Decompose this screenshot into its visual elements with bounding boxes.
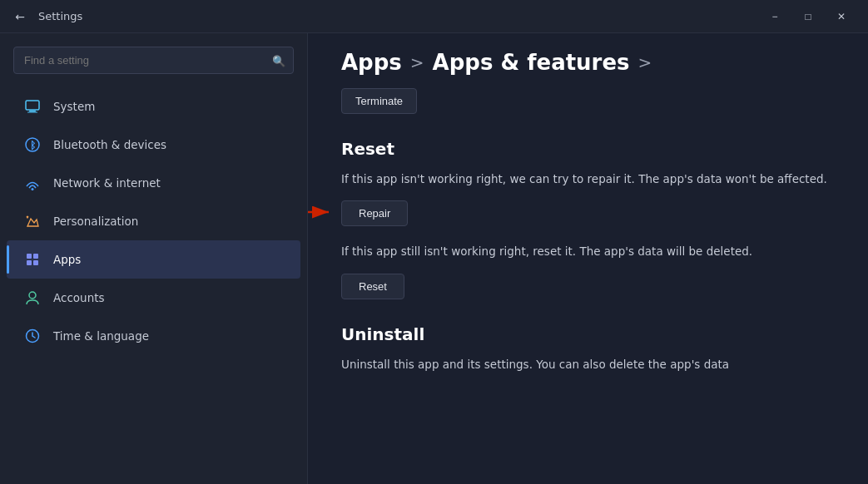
maximize-button[interactable]: □: [791, 4, 825, 29]
svg-rect-0: [26, 101, 39, 110]
svg-rect-1: [29, 111, 36, 112]
main-layout: 🔍 System ᛒ: [0, 33, 868, 484]
search-container: 🔍: [0, 47, 307, 87]
content-area: Apps > Apps & features > Terminate Reset…: [308, 33, 868, 484]
titlebar-left: ← Settings: [10, 7, 82, 27]
accounts-icon: [23, 289, 42, 307]
system-icon: [23, 97, 42, 116]
bluetooth-icon: ᛒ: [23, 136, 42, 154]
sidebar-item-time[interactable]: Time & language: [7, 317, 300, 355]
sidebar-item-network[interactable]: Network & internet: [7, 164, 300, 202]
apps-icon: [23, 250, 42, 269]
close-button[interactable]: ✕: [825, 4, 858, 29]
sidebar-item-time-label: Time & language: [53, 329, 149, 343]
sidebar-item-bluetooth-label: Bluetooth & devices: [53, 138, 166, 151]
sidebar-item-system[interactable]: System: [7, 87, 300, 126]
terminate-area: Terminate: [308, 88, 868, 131]
sidebar-item-personalization[interactable]: Personalization: [7, 202, 300, 240]
svg-rect-2: [27, 112, 37, 113]
sidebar: 🔍 System ᛒ: [0, 33, 308, 484]
sidebar-item-accounts-label: Accounts: [53, 291, 105, 304]
uninstall-desc: Uninstall this app and its settings. You…: [341, 356, 835, 373]
svg-rect-7: [33, 254, 38, 259]
minimize-button[interactable]: −: [758, 4, 791, 29]
svg-point-5: [32, 188, 34, 190]
time-icon: [23, 327, 42, 345]
svg-rect-8: [27, 260, 32, 265]
svg-rect-9: [33, 260, 38, 265]
breadcrumb-apps[interactable]: Apps: [341, 50, 402, 75]
sidebar-item-bluetooth[interactable]: ᛒ Bluetooth & devices: [7, 126, 300, 164]
search-wrapper: 🔍: [13, 47, 294, 74]
nav-list: System ᛒ Bluetooth & devices: [0, 87, 307, 355]
svg-point-10: [29, 292, 36, 299]
terminate-button[interactable]: Terminate: [341, 88, 417, 114]
window-controls: − □ ✕: [758, 4, 858, 29]
sidebar-item-accounts[interactable]: Accounts: [7, 279, 300, 317]
reset-desc-2: If this app still isn't working right, r…: [341, 243, 835, 259]
sidebar-item-personalization-label: Personalization: [53, 215, 138, 228]
sidebar-item-apps[interactable]: Apps: [7, 240, 300, 279]
search-input[interactable]: [13, 47, 294, 74]
reset-section: Reset If this app isn't working right, w…: [308, 131, 868, 316]
sidebar-item-network-label: Network & internet: [53, 176, 161, 190]
titlebar: ← Settings − □ ✕: [0, 0, 868, 33]
network-icon: [23, 174, 42, 192]
breadcrumb-arrow-1: >: [410, 52, 424, 72]
arrow-annotation: [308, 200, 341, 228]
uninstall-title: Uninstall: [341, 324, 835, 344]
window-title: Settings: [38, 10, 82, 22]
sidebar-item-apps-label: Apps: [53, 253, 81, 266]
breadcrumb-arrow-2: >: [638, 52, 652, 72]
reset-button[interactable]: Reset: [341, 274, 404, 299]
breadcrumb: Apps > Apps & features >: [308, 33, 868, 88]
repair-button[interactable]: Repair: [341, 200, 408, 226]
personalization-icon: [23, 212, 42, 230]
sidebar-item-system-label: System: [53, 100, 95, 113]
repair-button-container: Repair: [341, 200, 408, 226]
uninstall-section: Uninstall Uninstall this app and its set…: [308, 316, 868, 403]
back-button[interactable]: ←: [10, 7, 30, 27]
reset-title: Reset: [341, 139, 835, 159]
svg-text:ᛒ: ᛒ: [30, 140, 36, 151]
breadcrumb-apps-features[interactable]: Apps & features: [433, 50, 630, 75]
reset-desc-1: If this app isn't working right, we can …: [341, 170, 835, 187]
svg-rect-6: [27, 254, 32, 259]
